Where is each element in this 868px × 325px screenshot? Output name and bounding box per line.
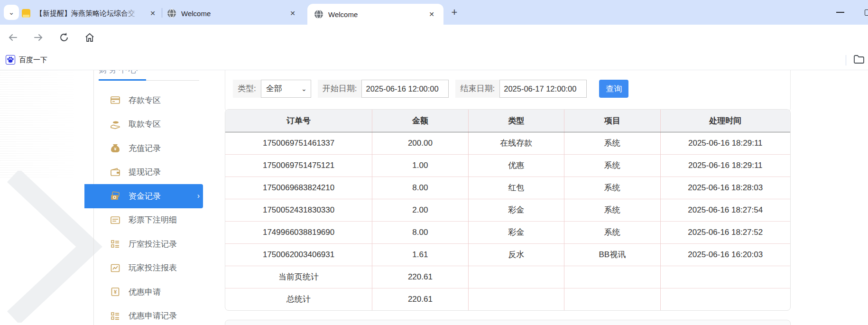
table-cell bbox=[564, 288, 660, 310]
withdraw-hand-icon bbox=[110, 119, 120, 130]
svg-text:¥: ¥ bbox=[114, 147, 116, 151]
sidebar-item-厅室投注记录[interactable]: 厅室投注记录 bbox=[84, 232, 203, 256]
end-date-input[interactable] bbox=[499, 80, 587, 98]
table-cell: 2025-06-16 18:28:03 bbox=[660, 176, 790, 199]
table-cell: 系统 bbox=[564, 221, 660, 243]
sidebar-item-提现记录[interactable]: 提现记录 bbox=[84, 160, 203, 185]
tab-welcome-1[interactable]: Welcome ✕ bbox=[167, 4, 298, 23]
coupon-icon: ¥ bbox=[110, 287, 120, 297]
new-tab-button[interactable]: + bbox=[448, 6, 461, 19]
bookmarks-bar: 百度一下 bbox=[0, 50, 868, 70]
sidebar-item-充值记录[interactable]: ¥充值记录 bbox=[84, 136, 203, 160]
forum-favicon-icon bbox=[21, 9, 31, 18]
tab-forum[interactable]: 【新提醒】海燕策略论坛综合交 ✕ bbox=[21, 4, 158, 23]
forward-icon[interactable] bbox=[29, 28, 47, 46]
reload-icon[interactable] bbox=[55, 28, 73, 46]
sidebar-item-label: 存款专区 bbox=[129, 95, 161, 106]
sidebar-item-label: 提现记录 bbox=[129, 167, 161, 177]
globe-icon bbox=[314, 9, 323, 19]
table-cell: 系统 bbox=[564, 132, 660, 154]
browser-toolbar: js13.cc/hhcp/usercenter.html?iniType=6 bbox=[0, 25, 868, 50]
pagination-panel bbox=[225, 320, 791, 325]
sidebar-item-存款专区[interactable]: 存款专区 bbox=[84, 88, 203, 112]
column-header: 项目 bbox=[564, 110, 660, 132]
table-cell: 200.00 bbox=[372, 132, 468, 154]
report-chart-icon bbox=[110, 263, 120, 273]
sidebar-menu: 存款专区取款专区¥充值记录提现记录资金记录›彩票下注明细厅室投注记录玩家投注报表… bbox=[84, 88, 203, 325]
table-cell bbox=[468, 266, 564, 288]
column-header: 订单号 bbox=[225, 110, 372, 132]
table-cell: 1.61 bbox=[372, 243, 468, 266]
type-label: 类型: bbox=[233, 80, 261, 98]
tab-close-icon[interactable]: ✕ bbox=[148, 8, 158, 19]
table-cell: 2.00 bbox=[372, 199, 468, 221]
sidebar-item-label: 取款专区 bbox=[129, 119, 161, 130]
deposit-card-icon bbox=[110, 95, 120, 105]
sidebar-item-label: 充值记录 bbox=[129, 143, 161, 154]
sidebar-item-优惠申请[interactable]: ¥优惠申请 bbox=[84, 280, 203, 304]
bookmarks-separator bbox=[846, 55, 846, 65]
tab-title: Welcome bbox=[328, 10, 358, 19]
window-maximize-button[interactable] bbox=[857, 0, 868, 25]
table-cell: 1749966038819690 bbox=[225, 221, 372, 243]
table-cell: 220.61 bbox=[372, 266, 468, 288]
money-bag-icon: ¥ bbox=[110, 143, 120, 153]
table-cell: 2025-06-16 16:20:03 bbox=[660, 243, 790, 266]
table-cell: 2025-06-16 18:29:11 bbox=[660, 132, 790, 154]
table-header-row: 订单号金额类型项目处理时间 bbox=[225, 110, 790, 132]
table-row: 17500696838242108.00红包系统2025-06-16 18:28… bbox=[225, 176, 790, 199]
column-header: 类型 bbox=[468, 110, 564, 132]
list-detail-icon bbox=[110, 311, 120, 321]
start-date-input[interactable] bbox=[361, 80, 449, 98]
tab-close-icon[interactable]: ✕ bbox=[426, 9, 437, 19]
column-header: 金额 bbox=[372, 110, 468, 132]
sidebar-item-label: 彩票下注明细 bbox=[129, 214, 177, 225]
baidu-paw-icon bbox=[6, 55, 15, 65]
tab-title: Welcome bbox=[181, 9, 211, 18]
sidebar-item-label: 优惠申请 bbox=[129, 287, 161, 297]
table-cell: 1750069683824210 bbox=[225, 176, 372, 199]
home-icon[interactable] bbox=[81, 28, 99, 46]
table-cell: 系统 bbox=[564, 176, 660, 199]
table-cell: 2025-06-16 18:27:52 bbox=[660, 221, 790, 243]
sidebar-item-label: 厅室投注记录 bbox=[129, 239, 177, 250]
table-cell bbox=[660, 288, 790, 310]
window-minimize-button[interactable] bbox=[829, 0, 851, 25]
sidebar-item-取款专区[interactable]: 取款专区 bbox=[84, 112, 203, 137]
sidebar-item-label: 优惠申请记录 bbox=[129, 310, 177, 321]
tab-search-button[interactable]: ⌄ bbox=[4, 5, 19, 20]
summary-row: 当前页统计220.61 bbox=[225, 266, 790, 288]
table-cell: 1.00 bbox=[372, 154, 468, 176]
table-body: 1750069751461337200.00在线存款系统2025-06-16 1… bbox=[225, 132, 790, 310]
background-pattern bbox=[0, 70, 93, 177]
table-cell: 1750069751461337 bbox=[225, 132, 372, 154]
sidebar-item-资金记录[interactable]: 资金记录› bbox=[84, 184, 203, 208]
table-cell: 220.61 bbox=[372, 288, 468, 310]
search-button[interactable]: 查询 bbox=[599, 80, 628, 98]
column-header: 处理时间 bbox=[660, 110, 790, 132]
all-bookmarks-folder-icon[interactable] bbox=[853, 53, 865, 67]
table-cell: 反水 bbox=[468, 243, 564, 266]
filter-panel: 类型: 全部 ⌄ 开始日期: 结束日期: 查询 bbox=[225, 70, 791, 112]
table-cell: 1750062003406931 bbox=[225, 243, 372, 266]
page-content: 财务中心 存款专区取款专区¥充值记录提现记录资金记录›彩票下注明细厅室投注记录玩… bbox=[0, 70, 868, 325]
funds-table: 订单号金额类型项目处理时间 1750069751461337200.00在线存款… bbox=[225, 110, 790, 310]
wallet-icon bbox=[110, 167, 120, 177]
tab-divider bbox=[162, 8, 162, 18]
sidebar-item-优惠申请记录[interactable]: 优惠申请记录 bbox=[84, 304, 203, 325]
start-date-label: 开始日期: bbox=[318, 80, 362, 98]
table-cell bbox=[468, 288, 564, 310]
funds-table-card: 订单号金额类型项目处理时间 1750069751461337200.00在线存款… bbox=[225, 109, 791, 311]
globe-icon bbox=[167, 9, 176, 18]
svg-text:¥: ¥ bbox=[114, 289, 117, 295]
bookmark-baidu[interactable]: 百度一下 bbox=[6, 55, 47, 65]
back-icon[interactable] bbox=[4, 28, 22, 46]
tab-welcome-active[interactable]: Welcome ✕ bbox=[307, 4, 443, 25]
table-cell: 红包 bbox=[468, 176, 564, 199]
sidebar-item-彩票下注明细[interactable]: 彩票下注明细 bbox=[84, 208, 203, 232]
type-select[interactable]: 全部 ⌄ bbox=[261, 80, 311, 98]
sidebar-item-玩家投注报表[interactable]: 玩家投注报表 bbox=[84, 256, 203, 280]
table-row: 17500697514751211.00优惠系统2025-06-16 18:29… bbox=[225, 154, 790, 176]
tab-close-icon[interactable]: ✕ bbox=[287, 8, 298, 19]
table-cell: 1750069751475121 bbox=[225, 154, 372, 176]
